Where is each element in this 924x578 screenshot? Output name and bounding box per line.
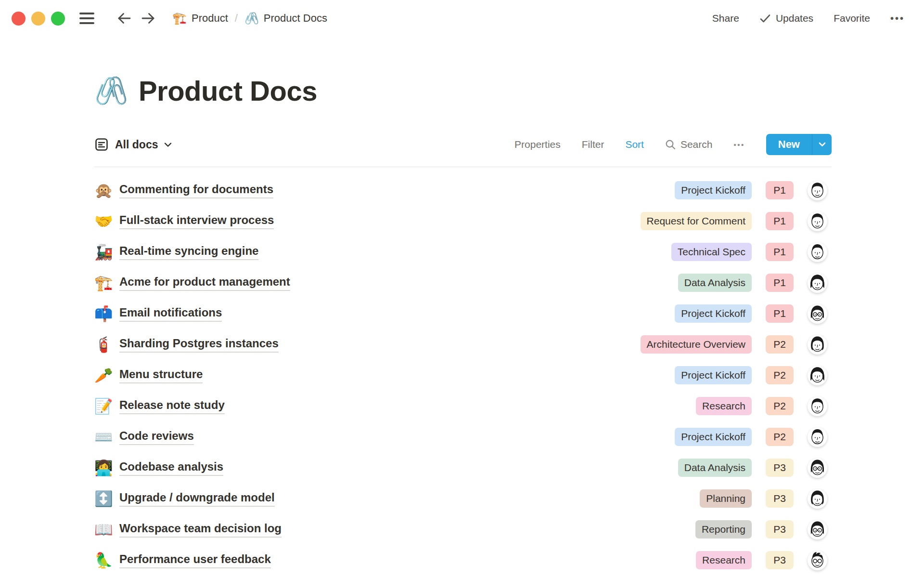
list-item[interactable]: ⌨️ Code reviews Project Kickoff P2 (94, 421, 832, 452)
priority-badge[interactable]: P1 (766, 212, 794, 230)
breadcrumb-item-product[interactable]: 🏗️ Product (172, 12, 228, 25)
list-item[interactable]: 🧯 Sharding Postgres instances Architectu… (94, 329, 832, 360)
breadcrumb-label: Product Docs (264, 12, 327, 25)
doc-type-tag[interactable]: Research (696, 551, 752, 569)
priority-badge[interactable]: P3 (766, 489, 794, 508)
minimize-window-button[interactable] (31, 12, 45, 26)
doc-type-tag[interactable]: Project Kickoff (675, 428, 752, 446)
priority-badge[interactable]: P1 (766, 181, 794, 199)
doc-title-link[interactable]: Commenting for documents (119, 183, 273, 198)
priority-badge[interactable]: P2 (766, 428, 794, 446)
avatar[interactable] (808, 551, 827, 570)
doc-emoji-icon: 🏗️ (94, 276, 116, 290)
avatar[interactable] (808, 335, 827, 355)
doc-type-tag[interactable]: Planning (700, 489, 752, 508)
back-arrow-icon[interactable] (114, 8, 135, 29)
properties-button[interactable]: Properties (514, 139, 561, 150)
page-paperclips-emoji-icon[interactable]: 🖇️ (94, 77, 128, 104)
zoom-window-button[interactable] (51, 12, 65, 26)
avatar[interactable] (808, 211, 827, 231)
list-item[interactable]: 📫 Email notifications Project Kickoff P1 (94, 298, 832, 329)
doc-title-link[interactable]: Codebase analysis (119, 460, 223, 476)
list-item[interactable]: 📝 Release note study Research P2 (94, 391, 832, 421)
avatar[interactable] (808, 520, 827, 539)
doc-type-tag[interactable]: Data Analysis (678, 459, 752, 477)
priority-badge[interactable]: P3 (766, 520, 794, 539)
avatar[interactable] (808, 489, 827, 509)
doc-type-tag[interactable]: Research (696, 397, 752, 415)
priority-badge[interactable]: P1 (766, 274, 794, 292)
priority-badge[interactable]: P2 (766, 366, 794, 384)
share-button[interactable]: Share (712, 13, 739, 24)
avatar[interactable] (808, 366, 827, 385)
doc-emoji-icon: ⌨️ (94, 430, 116, 445)
avatar[interactable] (808, 242, 827, 262)
priority-badge[interactable]: P2 (766, 335, 794, 354)
doc-type-tag[interactable]: Technical Spec (671, 243, 752, 261)
doc-title-link[interactable]: Upgrade / downgrade model (119, 491, 275, 507)
doc-title-link[interactable]: Performance user feedback (119, 552, 271, 568)
doc-emoji-icon: 🦜 (94, 553, 116, 568)
doc-type-tag[interactable]: Data Analysis (678, 274, 752, 292)
breadcrumb-separator: / (234, 12, 239, 25)
filter-button[interactable]: Filter (582, 139, 604, 150)
doc-type-tag[interactable]: Request for Comment (641, 212, 752, 230)
updates-button[interactable]: Updates (759, 13, 813, 24)
new-button[interactable]: New (766, 134, 812, 155)
favorite-button[interactable]: Favorite (834, 13, 870, 24)
list-item[interactable]: 🏗️ Acme for product management Data Anal… (94, 267, 832, 298)
avatar[interactable] (808, 458, 827, 478)
view-name: All docs (115, 138, 158, 151)
doc-type-tag[interactable]: Reporting (695, 520, 752, 539)
avatar[interactable] (808, 304, 827, 324)
toolbar-more-icon[interactable]: ••• (733, 141, 744, 149)
more-options-icon[interactable]: ••• (890, 13, 905, 24)
doc-type-tag[interactable]: Architecture Overview (641, 335, 752, 354)
forward-arrow-icon[interactable] (138, 8, 159, 29)
avatar[interactable] (808, 427, 827, 447)
search-button[interactable]: Search (665, 139, 713, 150)
check-icon (759, 13, 771, 24)
doc-emoji-icon: 📝 (94, 399, 116, 414)
view-selector[interactable]: All docs (94, 137, 172, 152)
doc-type-tag[interactable]: Project Kickoff (675, 181, 752, 199)
breadcrumb: 🏗️ Product / 🖇️ Product Docs (172, 12, 327, 25)
doc-title-link[interactable]: Menu structure (119, 368, 203, 383)
avatar[interactable] (808, 181, 827, 200)
doc-title-link[interactable]: Email notifications (119, 306, 222, 322)
doc-title-link[interactable]: Code reviews (119, 429, 194, 445)
list-item[interactable]: 🚂 Real-time syncing engine Technical Spe… (94, 236, 832, 267)
list-item[interactable]: 🤝 Full-stack interview process Request f… (94, 206, 832, 236)
chevron-down-icon (164, 142, 172, 147)
breadcrumb-label: Product (192, 12, 228, 25)
doc-title-link[interactable]: Sharding Postgres instances (119, 337, 279, 353)
close-window-button[interactable] (12, 12, 26, 26)
doc-title-link[interactable]: Acme for product management (119, 275, 290, 291)
new-button-dropdown[interactable] (812, 134, 832, 155)
list-item[interactable]: ↕️ Upgrade / downgrade model Planning P3 (94, 483, 832, 514)
priority-badge[interactable]: P1 (766, 243, 794, 261)
menu-icon[interactable] (79, 13, 94, 24)
sort-button[interactable]: Sort (625, 139, 644, 150)
list-item[interactable]: 👩‍💻 Codebase analysis Data Analysis P3 (94, 452, 832, 483)
priority-badge[interactable]: P1 (766, 304, 794, 323)
doc-title-link[interactable]: Full-stack interview process (119, 213, 274, 229)
list-item[interactable]: 🥕 Menu structure Project Kickoff P2 (94, 360, 832, 391)
avatar[interactable] (808, 273, 827, 293)
breadcrumb-item-product-docs[interactable]: 🖇️ Product Docs (244, 12, 327, 25)
priority-badge[interactable]: P3 (766, 459, 794, 477)
avatar[interactable] (808, 396, 827, 416)
doc-type-tag[interactable]: Project Kickoff (675, 304, 752, 323)
list-item[interactable]: 🙊 Commenting for documents Project Kicko… (94, 175, 832, 206)
doc-type-tag[interactable]: Project Kickoff (675, 366, 752, 384)
paperclips-emoji-icon: 🖇️ (244, 12, 259, 25)
doc-title-link[interactable]: Real-time syncing engine (119, 244, 258, 260)
doc-emoji-icon: ↕️ (94, 491, 116, 506)
priority-badge[interactable]: P3 (766, 551, 794, 569)
chevron-down-icon (819, 142, 826, 147)
list-item[interactable]: 🦜 Performance user feedback Research P3 (94, 545, 832, 576)
doc-title-link[interactable]: Release note study (119, 398, 225, 414)
list-item[interactable]: 📖 Workspace team decision log Reporting … (94, 514, 832, 545)
priority-badge[interactable]: P2 (766, 397, 794, 415)
doc-title-link[interactable]: Workspace team decision log (119, 522, 282, 538)
